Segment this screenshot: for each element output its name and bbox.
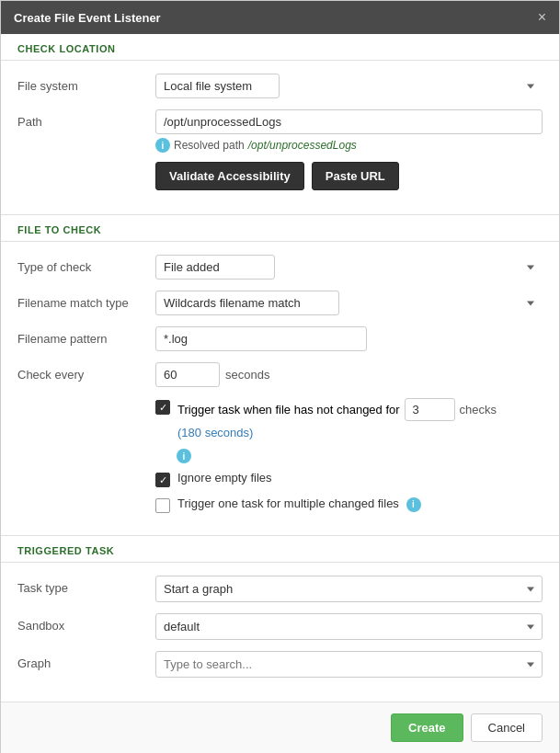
check-every-control: seconds: [155, 362, 543, 387]
close-icon[interactable]: ×: [538, 10, 546, 25]
trigger-task-checkbox[interactable]: [155, 400, 170, 415]
task-type-select-wrap[interactable]: Start a graph Run script Send email: [155, 576, 543, 602]
type-of-check-label: Type of check: [17, 255, 155, 274]
type-of-check-control: File added File modified File deleted: [155, 255, 543, 280]
sandbox-select-wrap[interactable]: default: [155, 613, 543, 640]
check-every-label: Check every: [17, 362, 155, 382]
filename-match-type-row: Filename match type Wildcards filename m…: [17, 291, 543, 315]
check-every-input-row: seconds: [155, 362, 543, 387]
ignore-empty-label: Ignore empty files: [177, 471, 272, 485]
sandbox-control: default: [155, 613, 543, 640]
multiple-task-section: Trigger one task for multiple changed fi…: [17, 496, 543, 513]
path-control: i Resolved path /opt/unprocessedLogs Val…: [155, 109, 543, 190]
trigger-task-section: Trigger task when file has not changed f…: [17, 398, 543, 463]
trigger-checks-input[interactable]: [405, 398, 455, 421]
filename-match-type-select[interactable]: Wildcards filename match Regex filename …: [155, 291, 339, 315]
multiple-task-row: Trigger one task for multiple changed fi…: [155, 496, 543, 513]
file-system-select-wrap[interactable]: Local file system: [155, 74, 543, 98]
task-type-label: Task type: [17, 576, 155, 595]
trigger-task-row: Trigger task when file has not changed f…: [155, 398, 543, 439]
multiple-task-label: Trigger one task for multiple changed fi…: [177, 496, 421, 512]
trigger-detail: (180 seconds): [177, 426, 253, 439]
graph-search-input[interactable]: [155, 651, 543, 678]
task-type-control: Start a graph Run script Send email: [155, 576, 543, 602]
type-of-check-select[interactable]: File added File modified File deleted: [155, 255, 275, 280]
check-location-section: File system Local file system Path i: [1, 61, 559, 214]
resolved-path-prefix: Resolved path: [174, 139, 245, 152]
sandbox-label: Sandbox: [17, 613, 155, 633]
file-system-select[interactable]: Local file system: [155, 74, 280, 98]
resolved-path-value: /opt/unprocessedLogs: [248, 139, 357, 152]
filename-pattern-input[interactable]: [155, 326, 367, 351]
trigger-checks-suffix: checks: [460, 403, 497, 416]
graph-control: [155, 651, 543, 678]
filename-pattern-row: Filename pattern: [17, 326, 543, 351]
ignore-empty-row: Ignore empty files: [155, 471, 543, 487]
check-every-row: Check every seconds: [17, 362, 543, 387]
filename-pattern-control: [155, 326, 543, 351]
modal-footer: Create Cancel: [1, 702, 559, 753]
create-file-event-listener-modal: Create File Event Listener × CHECK LOCAT…: [0, 0, 560, 753]
resolved-path-row: i Resolved path /opt/unprocessedLogs: [155, 138, 543, 153]
graph-row: Graph: [17, 651, 543, 678]
type-of-check-row: Type of check File added File modified F…: [17, 255, 543, 280]
modal-header: Create File Event Listener ×: [1, 1, 559, 34]
trigger-task-label: Trigger task when file has not changed f…: [177, 398, 543, 439]
filename-match-type-select-wrap[interactable]: Wildcards filename match Regex filename …: [155, 291, 543, 315]
validate-accessibility-button[interactable]: Validate Accessibility: [155, 162, 304, 190]
sandbox-row: Sandbox default: [17, 613, 543, 640]
sandbox-select[interactable]: default: [155, 613, 543, 640]
path-label: Path: [17, 109, 155, 129]
path-input[interactable]: [155, 109, 543, 134]
resolved-path-info-icon: i: [155, 138, 170, 153]
create-button[interactable]: Create: [391, 713, 463, 742]
multiple-task-info-icon: i: [406, 497, 421, 512]
file-system-label: File system: [17, 74, 155, 93]
ignore-empty-section: Ignore empty files: [17, 471, 543, 487]
modal-title: Create File Event Listener: [14, 11, 161, 25]
paste-url-button[interactable]: Paste URL: [312, 162, 399, 190]
check-every-input[interactable]: [155, 362, 220, 387]
multiple-task-checkbox[interactable]: [155, 498, 170, 513]
file-system-control: Local file system: [155, 74, 543, 98]
trigger-info-icon: i: [177, 449, 191, 463]
path-buttons: Validate Accessibility Paste URL: [155, 162, 543, 190]
filename-pattern-label: Filename pattern: [17, 326, 155, 346]
file-to-check-header: FILE TO CHECK: [1, 215, 559, 242]
task-type-select[interactable]: Start a graph Run script Send email: [155, 576, 543, 602]
cancel-button[interactable]: Cancel: [471, 713, 543, 742]
type-of-check-select-wrap[interactable]: File added File modified File deleted: [155, 255, 543, 280]
triggered-task-section: Task type Start a graph Run script Send …: [1, 563, 559, 702]
file-system-row: File system Local file system: [17, 74, 543, 98]
check-location-header: CHECK LOCATION: [1, 34, 559, 61]
file-to-check-section: Type of check File added File modified F…: [1, 242, 559, 535]
ignore-empty-checkbox[interactable]: [155, 473, 170, 487]
path-row: Path i Resolved path /opt/unprocessedLog…: [17, 109, 543, 190]
graph-label: Graph: [17, 651, 155, 670]
modal-body: CHECK LOCATION File system Local file sy…: [1, 34, 559, 702]
graph-search-wrap[interactable]: [155, 651, 543, 678]
task-type-row: Task type Start a graph Run script Send …: [17, 576, 543, 602]
trigger-info-row: i: [155, 449, 543, 463]
filename-match-type-control: Wildcards filename match Regex filename …: [155, 291, 543, 315]
triggered-task-header: TRIGGERED TASK: [1, 536, 559, 563]
seconds-label: seconds: [225, 368, 269, 382]
filename-match-type-label: Filename match type: [17, 291, 155, 310]
trigger-text-pre: Trigger task when file has not changed f…: [177, 403, 400, 416]
